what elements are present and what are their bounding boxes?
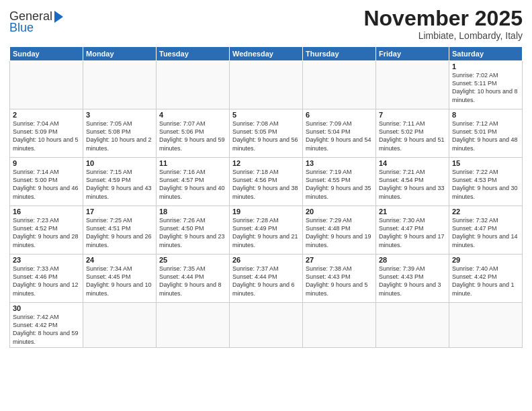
table-row xyxy=(83,61,157,109)
day-number: 24 xyxy=(86,256,153,264)
table-row xyxy=(449,303,523,348)
day-info: Sunrise: 7:23 AM Sunset: 4:52 PM Dayligh… xyxy=(13,216,80,249)
table-row xyxy=(376,303,449,348)
table-row xyxy=(10,61,83,109)
day-number: 14 xyxy=(379,159,446,167)
day-number: 30 xyxy=(13,304,80,312)
header: General Blue November 2025 Limbiate, Lom… xyxy=(9,7,523,41)
day-number: 28 xyxy=(379,256,446,264)
day-info: Sunrise: 7:05 AM Sunset: 5:08 PM Dayligh… xyxy=(86,120,153,152)
day-number: 5 xyxy=(232,111,300,119)
day-info: Sunrise: 7:21 AM Sunset: 4:54 PM Dayligh… xyxy=(379,168,446,201)
day-number: 11 xyxy=(159,159,226,167)
day-number: 17 xyxy=(86,208,153,216)
table-row: 14Sunrise: 7:21 AM Sunset: 4:54 PM Dayli… xyxy=(376,158,449,206)
day-number: 22 xyxy=(452,208,519,216)
day-number: 9 xyxy=(13,159,80,167)
calendar-header: Sunday Monday Tuesday Wednesday Thursday… xyxy=(10,47,523,61)
day-info: Sunrise: 7:18 AM Sunset: 4:56 PM Dayligh… xyxy=(232,168,300,201)
table-row xyxy=(303,61,376,109)
calendar-table: Sunday Monday Tuesday Wednesday Thursday… xyxy=(9,46,523,348)
day-number: 21 xyxy=(379,208,446,216)
day-info: Sunrise: 7:29 AM Sunset: 4:48 PM Dayligh… xyxy=(306,216,373,249)
table-row: 25Sunrise: 7:35 AM Sunset: 4:44 PM Dayli… xyxy=(157,255,230,303)
col-tuesday: Tuesday xyxy=(157,47,230,61)
day-info: Sunrise: 7:25 AM Sunset: 4:51 PM Dayligh… xyxy=(86,216,153,249)
day-info: Sunrise: 7:08 AM Sunset: 5:05 PM Dayligh… xyxy=(232,120,300,152)
table-row: 22Sunrise: 7:32 AM Sunset: 4:47 PM Dayli… xyxy=(449,206,523,255)
table-row: 9Sunrise: 7:14 AM Sunset: 5:00 PM Daylig… xyxy=(10,158,83,206)
day-number: 6 xyxy=(306,111,373,119)
day-number: 10 xyxy=(86,159,153,167)
day-info: Sunrise: 7:39 AM Sunset: 4:43 PM Dayligh… xyxy=(379,265,446,298)
table-row: 19Sunrise: 7:28 AM Sunset: 4:49 PM Dayli… xyxy=(230,206,303,255)
table-row: 13Sunrise: 7:19 AM Sunset: 4:55 PM Dayli… xyxy=(303,158,376,206)
table-row: 5Sunrise: 7:08 AM Sunset: 5:05 PM Daylig… xyxy=(230,109,303,158)
table-row: 21Sunrise: 7:30 AM Sunset: 4:47 PM Dayli… xyxy=(376,206,449,255)
header-row: Sunday Monday Tuesday Wednesday Thursday… xyxy=(10,47,523,61)
day-number: 20 xyxy=(306,208,373,216)
day-info: Sunrise: 7:26 AM Sunset: 4:50 PM Dayligh… xyxy=(159,216,226,249)
table-row: 28Sunrise: 7:39 AM Sunset: 4:43 PM Dayli… xyxy=(376,255,449,303)
table-row: 17Sunrise: 7:25 AM Sunset: 4:51 PM Dayli… xyxy=(83,206,157,255)
logo: General Blue xyxy=(9,9,63,35)
location-title: Limbiate, Lombardy, Italy xyxy=(363,30,523,41)
day-number: 8 xyxy=(452,111,519,119)
logo-area: General Blue xyxy=(9,9,63,35)
table-row: 8Sunrise: 7:12 AM Sunset: 5:01 PM Daylig… xyxy=(449,109,523,158)
day-number: 29 xyxy=(452,256,519,264)
table-row: 6Sunrise: 7:09 AM Sunset: 5:04 PM Daylig… xyxy=(303,109,376,158)
table-row: 12Sunrise: 7:18 AM Sunset: 4:56 PM Dayli… xyxy=(230,158,303,206)
day-info: Sunrise: 7:28 AM Sunset: 4:49 PM Dayligh… xyxy=(232,216,300,249)
table-row: 15Sunrise: 7:22 AM Sunset: 4:53 PM Dayli… xyxy=(449,158,523,206)
day-info: Sunrise: 7:38 AM Sunset: 4:43 PM Dayligh… xyxy=(306,265,373,298)
day-number: 19 xyxy=(232,208,300,216)
day-info: Sunrise: 7:37 AM Sunset: 4:44 PM Dayligh… xyxy=(232,265,300,298)
table-row: 11Sunrise: 7:16 AM Sunset: 4:57 PM Dayli… xyxy=(157,158,230,206)
day-info: Sunrise: 7:12 AM Sunset: 5:01 PM Dayligh… xyxy=(452,120,519,152)
table-row xyxy=(157,61,230,109)
table-row xyxy=(230,61,303,109)
col-wednesday: Wednesday xyxy=(230,47,303,61)
day-number: 2 xyxy=(13,111,80,119)
table-row: 3Sunrise: 7:05 AM Sunset: 5:08 PM Daylig… xyxy=(83,109,157,158)
table-row: 30Sunrise: 7:42 AM Sunset: 4:42 PM Dayli… xyxy=(10,303,83,348)
col-saturday: Saturday xyxy=(449,47,523,61)
day-info: Sunrise: 7:04 AM Sunset: 5:09 PM Dayligh… xyxy=(13,120,80,152)
table-row: 16Sunrise: 7:23 AM Sunset: 4:52 PM Dayli… xyxy=(10,206,83,255)
table-row: 10Sunrise: 7:15 AM Sunset: 4:59 PM Dayli… xyxy=(83,158,157,206)
table-row: 2Sunrise: 7:04 AM Sunset: 5:09 PM Daylig… xyxy=(10,109,83,158)
day-info: Sunrise: 7:19 AM Sunset: 4:55 PM Dayligh… xyxy=(306,168,373,201)
table-row: 27Sunrise: 7:38 AM Sunset: 4:43 PM Dayli… xyxy=(303,255,376,303)
day-number: 12 xyxy=(232,159,300,167)
day-number: 23 xyxy=(13,256,80,264)
table-row: 7Sunrise: 7:11 AM Sunset: 5:02 PM Daylig… xyxy=(376,109,449,158)
col-friday: Friday xyxy=(376,47,449,61)
day-info: Sunrise: 7:32 AM Sunset: 4:47 PM Dayligh… xyxy=(452,216,519,249)
day-info: Sunrise: 7:35 AM Sunset: 4:44 PM Dayligh… xyxy=(159,265,226,298)
table-row: 4Sunrise: 7:07 AM Sunset: 5:06 PM Daylig… xyxy=(157,109,230,158)
day-info: Sunrise: 7:11 AM Sunset: 5:02 PM Dayligh… xyxy=(379,120,446,152)
day-number: 3 xyxy=(86,111,153,119)
day-number: 1 xyxy=(452,62,519,71)
day-info: Sunrise: 7:34 AM Sunset: 4:45 PM Dayligh… xyxy=(86,265,153,298)
logo-triangle-icon xyxy=(54,11,63,23)
table-row xyxy=(157,303,230,348)
day-info: Sunrise: 7:33 AM Sunset: 4:46 PM Dayligh… xyxy=(13,265,80,298)
table-row: 29Sunrise: 7:40 AM Sunset: 4:42 PM Dayli… xyxy=(449,255,523,303)
col-thursday: Thursday xyxy=(303,47,376,61)
day-info: Sunrise: 7:40 AM Sunset: 4:42 PM Dayligh… xyxy=(452,265,519,298)
day-number: 7 xyxy=(379,111,446,119)
day-info: Sunrise: 7:14 AM Sunset: 5:00 PM Dayligh… xyxy=(13,168,80,201)
day-info: Sunrise: 7:16 AM Sunset: 4:57 PM Dayligh… xyxy=(159,168,226,201)
day-number: 26 xyxy=(232,256,300,264)
day-info: Sunrise: 7:09 AM Sunset: 5:04 PM Dayligh… xyxy=(306,120,373,152)
day-info: Sunrise: 7:42 AM Sunset: 4:42 PM Dayligh… xyxy=(13,313,80,346)
table-row: 23Sunrise: 7:33 AM Sunset: 4:46 PM Dayli… xyxy=(10,255,83,303)
col-monday: Monday xyxy=(83,47,157,61)
day-info: Sunrise: 7:02 AM Sunset: 5:11 PM Dayligh… xyxy=(452,71,519,104)
table-row: 24Sunrise: 7:34 AM Sunset: 4:45 PM Dayli… xyxy=(83,255,157,303)
day-number: 4 xyxy=(159,111,226,119)
logo-blue-text: Blue xyxy=(9,21,34,35)
table-row: 26Sunrise: 7:37 AM Sunset: 4:44 PM Dayli… xyxy=(230,255,303,303)
